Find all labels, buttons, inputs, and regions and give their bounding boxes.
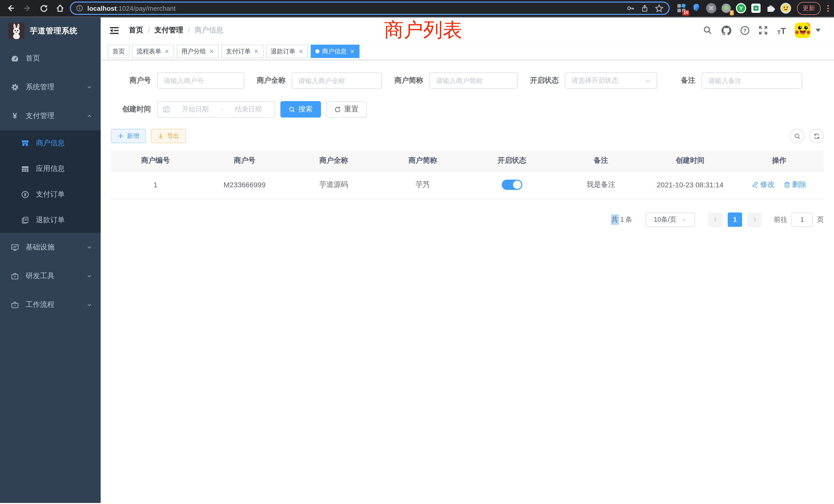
breadcrumb-pay[interactable]: 支付管理 [155,26,183,35]
dashboard-icon [10,54,20,63]
status-select[interactable]: 请选择开启状态 [565,72,657,89]
tag-user-group[interactable]: 用户分组 [177,45,219,58]
prev-page-button[interactable] [708,212,723,227]
search-button[interactable]: 搜索 [280,101,321,117]
close-icon[interactable] [298,48,304,54]
tag-process-form[interactable]: 流程表单 [132,45,174,58]
browser-menu-icon[interactable] [827,5,829,12]
sidebar-item-refund-order[interactable]: 退款订单 [0,207,101,233]
next-page-button[interactable] [747,212,762,227]
github-icon[interactable] [721,25,731,36]
date-end-placeholder: 结束日期 [227,105,270,114]
export-label: 导出 [167,132,179,140]
status-toggle[interactable] [502,180,522,190]
filter-row-2: 创建时间 开始日期 - 结束日期 搜索 重置 [119,101,824,117]
extension-chat-icon[interactable] [750,3,762,14]
user-avatar[interactable] [795,23,810,38]
refresh-table-button[interactable] [809,129,824,143]
extension-tampermonkey-icon[interactable]: 10 [676,3,687,14]
extensions-puzzle-icon[interactable] [765,3,776,14]
page-number-1[interactable]: 1 [728,212,742,227]
extension-command-icon[interactable]: ⌘ [706,3,717,14]
col-header-create-time: 创建时间 [645,151,734,171]
cell-id: 1 [111,171,200,199]
col-header-short-name: 商户简称 [378,151,467,171]
profile-avatar-icon[interactable] [780,3,791,14]
calendar-icon [163,106,170,113]
share-icon[interactable] [641,4,649,12]
pagination-total: 共 1 条 [611,214,632,225]
sidebar-item-label: 应用信息 [36,164,65,174]
sidebar-item-pay[interactable]: ¥ 支付管理 [0,101,101,130]
tag-pay-order[interactable]: 支付订单 [221,45,263,58]
page-size-select[interactable]: 10条/页 [645,212,695,227]
full-name-input[interactable] [292,72,382,89]
chevron-up-icon [86,113,92,119]
browser-home-icon[interactable] [53,2,67,15]
extension-balloon-icon[interactable] [691,3,702,14]
bookmark-star-icon[interactable] [655,4,663,13]
sidebar-item-workflow[interactable]: 工作流程 [0,291,101,319]
url-text: localhost:1024/pay/merchant [87,4,622,12]
app-title: 芋道管理系统 [30,26,78,36]
short-name-input[interactable] [429,72,518,89]
browser-forward-icon[interactable] [21,2,34,15]
browser-update-button[interactable]: 更新 [797,2,821,15]
help-icon[interactable]: ? [740,25,750,36]
extension-y-icon[interactable]: Y [736,3,747,14]
sidebar-item-infra[interactable]: 基础设施 [0,233,101,262]
total-prefix: 共 [611,214,619,225]
delete-button[interactable]: 删除 [784,180,806,189]
toggle-search-button[interactable] [790,129,804,143]
sidebar-item-label: 基础设施 [26,243,80,252]
extension-recorder-icon[interactable]: 1 [721,3,732,14]
add-button[interactable]: 新增 [111,129,146,143]
sidebar-item-pay-order[interactable]: 支付订单 [0,182,101,207]
sidebar-item-label: 研发工具 [26,272,80,281]
sidebar-item-app-info[interactable]: 应用信息 [0,156,101,182]
cell-remark: 我是备注 [556,171,645,199]
tag-refund-order[interactable]: 退款订单 [266,45,308,58]
chevron-down-icon [86,302,92,308]
browser-reload-icon[interactable] [37,2,50,15]
remark-input[interactable] [702,72,802,89]
sidebar-item-merchant-info[interactable]: 商户信息 [0,130,101,156]
edit-pencil-icon [752,181,759,188]
tag-merchant-info[interactable]: 商户信息 [311,45,359,58]
fullscreen-icon[interactable] [758,25,768,36]
tag-label: 首页 [112,47,125,56]
chevron-left-icon [712,216,718,222]
reset-button[interactable]: 重置 [326,101,367,117]
plus-icon [117,133,124,139]
edit-button[interactable]: 修改 [752,180,775,189]
font-size-icon[interactable]: TT [776,25,787,36]
add-label: 新增 [127,132,139,140]
browser-back-icon[interactable] [4,2,18,15]
breadcrumb: 首页 / 支付管理 / 商户信息 [129,26,223,35]
export-button[interactable]: 导出 [151,129,186,143]
close-icon[interactable] [253,48,259,54]
info-icon[interactable] [76,5,83,12]
sidebar-item-label: 支付订单 [36,190,65,199]
merchant-no-input[interactable] [157,72,244,89]
breadcrumb-separator: / [148,26,150,35]
status-label: 开启状态 [530,76,559,85]
sidebar-item-home[interactable]: 首页 [0,44,101,73]
password-key-icon[interactable] [627,4,635,12]
date-range-picker[interactable]: 开始日期 - 结束日期 [157,101,275,117]
refresh-icon [813,133,820,139]
close-icon[interactable] [164,48,170,54]
sidebar-item-devtools[interactable]: 研发工具 [0,262,101,291]
app-logo-row[interactable]: 芋道管理系统 [0,18,101,44]
search-icon[interactable] [703,25,713,36]
avatar-caret-icon[interactable] [815,29,821,32]
address-bar[interactable]: localhost:1024/pay/merchant [70,2,670,15]
breadcrumb-home[interactable]: 首页 [129,26,143,35]
briefcase-icon [10,272,20,280]
close-icon[interactable] [349,48,355,54]
goto-page-input[interactable] [791,212,813,227]
tag-home[interactable]: 首页 [108,45,129,58]
sidebar-item-system[interactable]: 系统管理 [0,73,101,101]
sidebar-toggle-icon[interactable] [108,25,120,36]
close-icon[interactable] [208,48,214,54]
